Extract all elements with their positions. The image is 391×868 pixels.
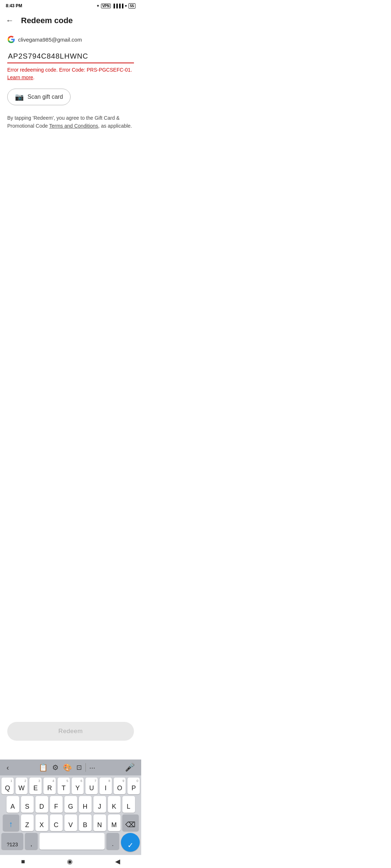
battery-indicator: 55 [129, 3, 135, 9]
error-message: Error redeeming code. Error Code: PRS-PG… [7, 66, 134, 81]
terms-link[interactable]: Terms and Conditions [49, 123, 98, 129]
account-email: clivegama985@gmail.com [18, 37, 82, 43]
google-icon [7, 35, 15, 43]
bluetooth-icon: ✦ [96, 4, 100, 8]
terms-text: By tapping 'Redeem', you agree to the Gi… [7, 114, 134, 130]
learn-more-link[interactable]: Learn more [7, 75, 33, 80]
scan-button-label: Scan gift card [28, 94, 63, 100]
account-row: clivegama985@gmail.com [7, 35, 134, 43]
main-content: clivegama985@gmail.com Error redeeming c… [0, 30, 141, 136]
page-title: Redeem code [21, 16, 73, 25]
scan-gift-card-button[interactable]: 📷 Scan gift card [7, 89, 71, 105]
header: ← Redeem code [0, 12, 141, 30]
wifi-icon: ▾ [125, 4, 127, 8]
code-input-wrapper [7, 51, 134, 63]
status-bar: 8:43 PM ✦ VPN ▐▐▐▐ ▾ 55 [0, 0, 141, 12]
status-time: 8:43 PM [6, 3, 22, 8]
status-icons: ✦ VPN ▐▐▐▐ ▾ 55 [96, 3, 135, 9]
code-input[interactable] [7, 51, 134, 63]
back-button[interactable]: ← [4, 14, 15, 27]
signal-icon: ▐▐▐▐ [112, 4, 123, 8]
vpn-badge: VPN [101, 4, 111, 8]
camera-icon: 📷 [15, 93, 24, 101]
